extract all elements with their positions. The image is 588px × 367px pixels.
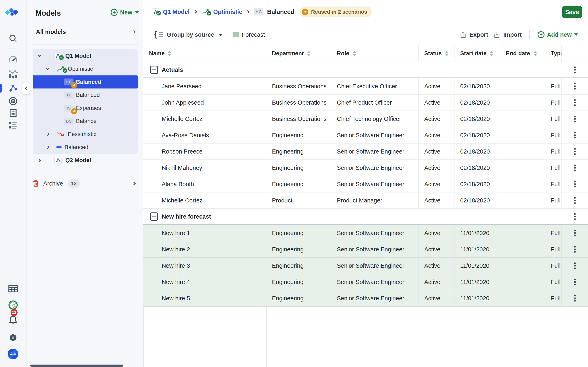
cell-start[interactable]: 02/18/2020 — [454, 176, 500, 192]
rail-item-scatter-chart-icon[interactable] — [6, 67, 20, 81]
breadcrumb-link[interactable]: Optimistic — [213, 8, 242, 15]
cell-status[interactable]: Active — [419, 290, 454, 306]
app-logo-icon[interactable] — [6, 8, 20, 17]
cell-department[interactable]: Business Operations — [266, 95, 331, 110]
cell-end[interactable] — [500, 274, 545, 290]
cell-department[interactable]: Engineering — [266, 225, 331, 241]
cell-start[interactable]: 11/01/2020 — [454, 225, 500, 241]
cell-end[interactable] — [500, 160, 545, 176]
table-row[interactable]: Jane PearseedBusiness OperationsChief Ex… — [143, 78, 588, 95]
tree-item-pessimistic[interactable]: Pessimistic — [33, 128, 138, 141]
group-by-dropdown[interactable]: { Group by source — [154, 31, 222, 38]
cell-name[interactable]: New hire 5 — [143, 290, 266, 306]
cell-start[interactable]: 11/01/2020 — [454, 290, 500, 306]
row-menu-button[interactable] — [574, 181, 576, 187]
rail-item-model-graph-icon[interactable] — [6, 81, 20, 95]
cell-department[interactable]: Engineering — [266, 258, 331, 274]
cell-name[interactable]: Jane Pearseed — [143, 78, 266, 94]
cell-role[interactable]: Senior Software Engineer — [331, 274, 419, 290]
row-menu-button[interactable] — [574, 197, 576, 204]
cell-role[interactable]: Product Manager — [331, 192, 419, 208]
collapse-group-icon[interactable] — [150, 66, 158, 74]
cell-name[interactable]: New hire 2 — [143, 242, 266, 257]
cell-status[interactable]: Active — [419, 225, 454, 241]
column-header-status[interactable]: Status — [419, 45, 454, 62]
cell-end[interactable] — [500, 225, 545, 241]
cell-department[interactable]: Engineering — [266, 160, 331, 176]
cell-role[interactable]: Chief Technology Officer — [331, 111, 419, 127]
cell-status[interactable]: Active — [419, 143, 454, 159]
cell-role[interactable]: Senior Software Engineer — [331, 160, 419, 176]
rail-item-search-icon[interactable] — [6, 31, 20, 46]
cell-status[interactable]: Active — [419, 111, 454, 127]
sort-arrows-icon[interactable] — [490, 51, 493, 56]
table-row[interactable]: Ava-Rose DanielsEngineeringSenior Softwa… — [143, 127, 588, 143]
row-menu-button[interactable] — [574, 132, 576, 138]
row-menu-button[interactable] — [574, 295, 576, 301]
cell-end[interactable] — [500, 290, 545, 306]
cell-type[interactable]: Full Time — [545, 143, 562, 159]
chevron-right-icon[interactable] — [46, 133, 50, 136]
column-header-start-date[interactable]: Start date — [454, 45, 500, 62]
table-row[interactable]: John AppleseedBusiness OperationsChief P… — [143, 95, 588, 111]
chevron-right-icon[interactable] — [46, 146, 50, 149]
cell-type[interactable]: Full Time — [545, 258, 562, 274]
cell-status[interactable]: Active — [419, 160, 454, 176]
tree-item-q1-model[interactable]: Q1 Model — [33, 49, 138, 62]
cell-type[interactable]: Full Time — [545, 242, 562, 257]
cell-name[interactable]: Alana Booth — [143, 176, 266, 192]
cell-end[interactable] — [500, 127, 545, 143]
cell-department[interactable]: Product — [266, 192, 331, 208]
collapse-group-icon[interactable] — [150, 212, 158, 221]
new-model-button[interactable]: New — [111, 9, 139, 16]
rail-item-table-grid-icon[interactable] — [6, 281, 20, 296]
export-button[interactable]: Export — [459, 31, 488, 38]
tree-item-balanced[interactable]: TLBalanced — [33, 89, 138, 101]
cell-name[interactable]: New hire 1 — [143, 225, 266, 241]
sort-arrows-icon[interactable] — [533, 51, 537, 56]
cell-role[interactable]: Senior Software Engineer — [331, 127, 419, 143]
cell-start[interactable]: 02/18/2020 — [454, 127, 500, 143]
cell-start[interactable]: 02/18/2020 — [454, 78, 500, 94]
cell-type[interactable]: Full Time — [545, 95, 562, 110]
row-menu-button[interactable] — [574, 148, 576, 155]
cell-department[interactable]: Engineering — [266, 274, 331, 290]
chevron-down-icon[interactable] — [38, 54, 41, 57]
cell-type[interactable]: Full Time — [545, 111, 562, 127]
cell-department[interactable]: Engineering — [266, 242, 331, 257]
tree-item-balanced[interactable]: HCBalanced — [33, 75, 138, 89]
cell-name[interactable]: New hire 3 — [143, 258, 266, 274]
rail-item-list-blocks-icon[interactable] — [6, 118, 20, 133]
sort-arrows-icon[interactable] — [168, 51, 172, 56]
chevron-right-icon[interactable] — [38, 159, 41, 162]
tree-item-balance[interactable]: BSBalance — [33, 115, 138, 128]
breadcrumb-link[interactable]: Q1 Model — [163, 8, 190, 15]
tree-item-expenses[interactable]: ISExpenses — [33, 101, 138, 115]
cell-start[interactable]: 02/18/2020 — [454, 160, 500, 176]
cell-start[interactable]: 02/18/2020 — [454, 192, 500, 208]
cell-name[interactable]: Robson Preece — [143, 143, 266, 159]
column-header-department[interactable]: Department — [266, 45, 331, 62]
row-menu-button[interactable] — [574, 165, 576, 171]
cell-start[interactable]: 02/18/2020 — [454, 95, 500, 110]
cell-department[interactable]: Business Operations — [266, 111, 331, 127]
tree-item-balanced[interactable]: Balanced — [33, 141, 138, 154]
table-row[interactable]: Nikhil MahoneyEngineeringSenior Software… — [143, 160, 588, 176]
cell-status[interactable]: Active — [419, 192, 454, 208]
cell-name[interactable]: New hire 4 — [143, 274, 266, 290]
sidebar-horizontal-scrollbar[interactable] — [30, 365, 123, 367]
rail-item-avatar[interactable]: AA — [6, 347, 20, 361]
cell-type[interactable]: Full Time — [545, 160, 562, 176]
table-row[interactable]: New hire 2EngineeringSenior Software Eng… — [143, 242, 588, 258]
cell-end[interactable] — [500, 258, 545, 274]
table-row[interactable]: New hire 4EngineeringSenior Software Eng… — [143, 274, 588, 290]
cell-type[interactable]: Full Time — [545, 127, 562, 143]
cell-role[interactable]: Senior Software Engineer — [331, 242, 419, 257]
cell-start[interactable]: 11/01/2020 — [454, 242, 500, 257]
sort-arrows-icon[interactable] — [353, 51, 356, 56]
cell-role[interactable]: Chief Executive Officer — [331, 78, 419, 94]
sidebar-collapse-button[interactable] — [22, 82, 30, 95]
cell-end[interactable] — [500, 78, 545, 94]
row-menu-button[interactable] — [574, 67, 576, 73]
import-button[interactable]: Import — [493, 31, 522, 38]
